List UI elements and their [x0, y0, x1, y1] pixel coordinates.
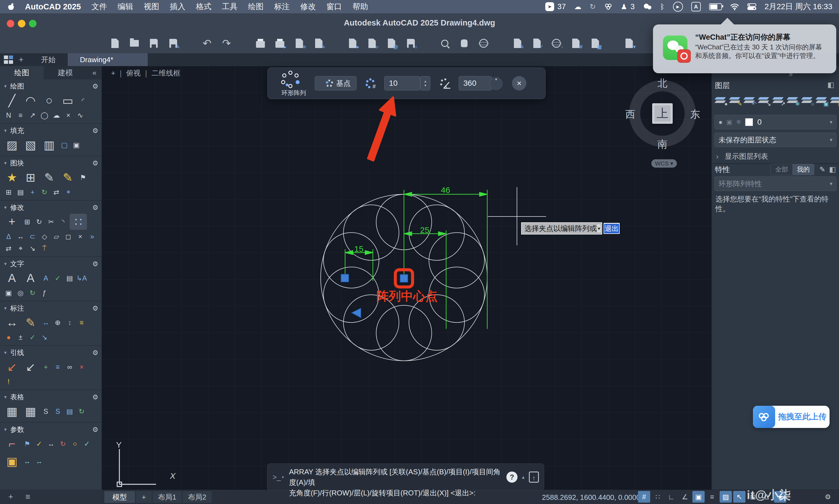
snap-mode-icon[interactable]: ∷ — [651, 491, 664, 503]
text-align-icon[interactable]: ▣ — [3, 288, 14, 298]
define-attribute-icon[interactable]: ⚑ — [78, 172, 88, 183]
revision-cloud-icon[interactable]: ☁ — [51, 110, 61, 121]
fillet-icon[interactable]: ◝ — [58, 216, 68, 227]
section-gear-icon[interactable]: ⚙ — [92, 260, 98, 268]
ortho-icon[interactable]: ∟ — [665, 491, 677, 503]
offset-icon[interactable]: ⊂ — [27, 231, 38, 242]
drag-upload-button[interactable]: 拖拽至此上传 — [753, 406, 829, 428]
sheet-list-icon[interactable]: ▦ — [589, 37, 601, 50]
properties-toggle-all[interactable]: 全部 — [771, 164, 792, 175]
item-count-spinner[interactable]: ▴ ▾ — [420, 76, 430, 90]
grid-icon[interactable]: # — [638, 491, 650, 503]
polyline-icon[interactable]: N — [3, 110, 14, 121]
mleader-style-icon[interactable]: ↙ — [22, 359, 39, 375]
layer-select-combo[interactable]: ● ▣ ❄ 0 ▾ — [714, 115, 837, 129]
centerline-icon[interactable]: ≡ — [15, 110, 26, 121]
menu-view[interactable]: 视图 — [144, 1, 159, 12]
menu-draw[interactable]: 绘图 — [248, 1, 264, 12]
dim-hide-icon[interactable]: ↔ — [34, 456, 44, 467]
gradient-icon[interactable]: ▥ — [40, 137, 58, 153]
menu-help[interactable]: 帮助 — [352, 1, 368, 12]
menubar-app-name[interactable]: AutoCAD 2025 — [25, 2, 81, 12]
line-icon[interactable]: ╱ — [3, 92, 20, 109]
pdf-import-icon[interactable]: ↳A — [76, 273, 87, 283]
layer-unisolate-icon[interactable]: ↗ — [772, 95, 785, 107]
edit-block-icon[interactable]: ✎ — [40, 169, 58, 185]
section-gear-icon[interactable]: ⚙ — [92, 393, 98, 401]
trim-icon[interactable]: ✂ — [46, 216, 56, 227]
viewport-menu-button[interactable]: + — [111, 69, 115, 77]
table-update-icon[interactable]: ↻ — [76, 406, 87, 417]
point-icon[interactable]: × — [63, 110, 74, 121]
align-leaders-icon[interactable]: ≡ — [52, 362, 63, 372]
dynamic-input-exit[interactable]: 退出 — [603, 222, 620, 235]
circle-icon[interactable]: ○ — [40, 92, 58, 109]
change-space-icon[interactable]: ↘ — [27, 243, 38, 254]
playback-icon[interactable]: ▶ — [673, 2, 683, 12]
collect-leaders-icon[interactable]: ∞ — [65, 362, 75, 372]
add-selected-icon[interactable]: + — [27, 187, 38, 197]
add-layout-button[interactable]: + — [136, 491, 151, 503]
section-caret-icon[interactable]: ▼ — [3, 84, 7, 89]
dim-constraint-icon[interactable]: ↔ — [46, 438, 56, 449]
input-source-icon[interactable]: A — [691, 2, 701, 12]
zoom-find-icon[interactable] — [439, 37, 451, 50]
join-icon[interactable]: » — [87, 231, 97, 242]
dim-baseline-icon[interactable]: ≡ — [76, 317, 87, 328]
save-icon[interactable] — [148, 37, 160, 50]
section-gear-icon[interactable]: ⚙ — [92, 159, 98, 167]
set-to-bylayer-icon[interactable]: ⌖ — [15, 243, 26, 254]
apple-icon[interactable] — [8, 3, 15, 11]
palette-tab-model[interactable]: 建模 — [43, 66, 87, 79]
clean-icon[interactable]: ⍑ — [39, 243, 50, 254]
table-export-icon[interactable]: S — [52, 406, 63, 417]
properties-toggle-my[interactable]: 我的 — [792, 164, 814, 175]
boundary-icon[interactable]: ▢ — [59, 140, 70, 150]
section-caret-icon[interactable]: ▼ — [3, 161, 7, 165]
insert-view-icon[interactable]: ▾ — [623, 37, 635, 50]
spline-icon[interactable]: ∿ — [75, 110, 86, 121]
section-caret-icon[interactable]: ▼ — [3, 262, 7, 266]
object-snap-icon[interactable]: ▣ — [692, 491, 704, 503]
layers-dock-icon[interactable]: ◧ — [827, 80, 834, 90]
command-help-button[interactable]: ? — [506, 471, 518, 483]
vertex-constraint-icon[interactable]: ✓ — [34, 438, 44, 449]
section-gear-icon[interactable]: ⚙ — [92, 304, 98, 312]
auto-constrain-icon[interactable]: ↻ — [58, 438, 68, 449]
array-properties-combo[interactable]: 环形阵列特性 ▾ — [714, 177, 837, 191]
exit-option-label[interactable]: 退出 — [604, 224, 619, 233]
attribute-manager-icon[interactable]: ⊞ — [3, 187, 14, 197]
section-gear-icon[interactable]: ⚙ — [92, 349, 98, 357]
command-history-caret[interactable]: ▾ — [282, 475, 284, 479]
copy-icon[interactable]: ⊞ — [22, 216, 33, 227]
viewcube-south[interactable]: 南 — [657, 138, 667, 151]
remove-leader-icon[interactable]: × — [76, 362, 87, 372]
dim-point-icon[interactable]: ● — [3, 332, 14, 342]
command-line[interactable]: >_ ▾ ARRAY 选择夹点以编辑阵列或 [关联(AS)/基点(B)/项目(I… — [267, 464, 544, 491]
tab-layout2[interactable]: 布局2 — [183, 491, 212, 503]
menu-edit[interactable]: 编辑 — [118, 1, 133, 12]
write-block-icon[interactable]: ▤ — [15, 187, 26, 197]
set-base-point-icon[interactable]: ⌖ — [63, 187, 74, 197]
etransmit-icon[interactable]: @ — [385, 37, 397, 50]
break-icon[interactable]: × — [75, 231, 86, 242]
batch-plot-icon[interactable]: ▸ — [274, 37, 286, 50]
scale-icon[interactable]: ◻ — [63, 231, 74, 242]
chamfer-icon[interactable]: ▱ — [51, 231, 61, 242]
pan-icon[interactable] — [458, 37, 470, 50]
menu-window[interactable]: 窗口 — [326, 1, 342, 12]
add-leader-icon[interactable]: + — [40, 362, 51, 372]
table-edit-icon[interactable]: ▦ — [22, 403, 39, 419]
rotate-icon[interactable]: ↻ — [34, 216, 44, 227]
linear-parameter-icon[interactable]: ⌐ — [3, 436, 20, 452]
array-panel-close-button[interactable]: × — [512, 76, 526, 90]
section-gear-icon[interactable]: ⚙ — [92, 83, 98, 90]
create-block-icon[interactable]: ⊞ — [22, 169, 39, 185]
sync-spinner-icon[interactable]: ↻ — [590, 2, 596, 11]
battery-icon[interactable] — [709, 3, 722, 10]
plot-stamp-icon[interactable]: ✎ — [313, 37, 325, 50]
plot-icon[interactable] — [254, 37, 267, 50]
move-icon[interactable]: + — [3, 214, 20, 230]
viewcube-east[interactable]: 东 — [690, 108, 700, 121]
control-center-icon[interactable] — [747, 3, 756, 10]
